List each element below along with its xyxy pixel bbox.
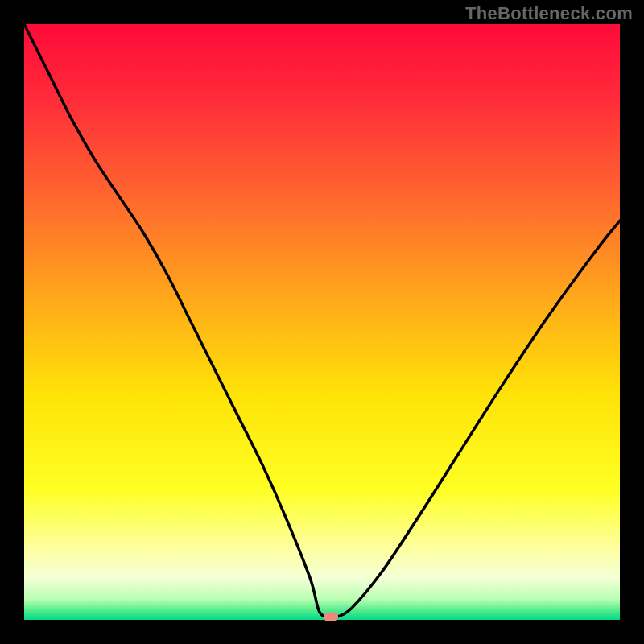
optimal-point-marker — [324, 613, 338, 621]
watermark-text: TheBottleneck.com — [465, 3, 633, 24]
bottleneck-chart — [0, 0, 644, 644]
chart-svg — [0, 0, 644, 644]
chart-background — [24, 24, 620, 620]
